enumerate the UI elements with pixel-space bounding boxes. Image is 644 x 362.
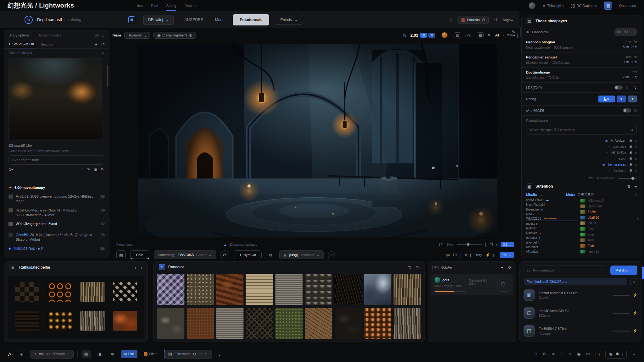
expand-chevron-icon[interactable]: › — [637, 217, 639, 222]
search-icon[interactable]: ⌕ — [631, 128, 633, 132]
history-item[interactable]: ◆ 4fti0Jb25 ReU* ■ 94 3/6 — [5, 244, 108, 253]
texture-swatch[interactable] — [47, 282, 72, 302]
globe-tool-icon[interactable]: ⊕ — [108, 350, 117, 358]
selection-row[interactable]: moestre — [524, 221, 578, 226]
channel-row[interactable]: ◉ A- Abatzen ▣ 6 — [526, 138, 637, 144]
task-item[interactable]: ▣ Tibzud oumnest 6 SuOve Cadieid ⚡ — [520, 286, 641, 304]
material-search-input[interactable] — [530, 128, 631, 132]
version-chip-a[interactable]: ▥ — [420, 33, 427, 38]
mini-slider[interactable] — [457, 244, 482, 245]
lock-icon[interactable]: ▣ — [629, 163, 632, 166]
channel-row[interactable]: ○ AET&AIOe ▣ 5 — [526, 150, 637, 156]
circle-icon[interactable]: ○ — [630, 278, 637, 285]
view-dropdown-a[interactable]: Haberway ⌄ — [124, 32, 151, 39]
nt-button[interactable]: nT — [494, 18, 498, 22]
lock-icon[interactable]: ▣ — [629, 145, 632, 148]
texture-swatch[interactable] — [364, 274, 391, 305]
tasks-link-row[interactable]: FebriljenNeuBlGhjUDfiono ○ — [520, 277, 641, 286]
view-dropdown-b[interactable]: ◉ C aoiannrgiiteeml ⊙ — [153, 32, 196, 39]
selection-row[interactable]: Riubvkz● — [524, 231, 578, 235]
filter-icons[interactable]: ▢▣▢▦▢ — [578, 193, 594, 196]
mode-button[interactable]: 4-i — [624, 30, 628, 34]
snap-chip[interactable]: ▦ Sdnerds ⊙ — [458, 16, 488, 24]
layers-nav-icon[interactable]: 6› — [543, 352, 547, 356]
material-row[interactable]: Flatr — [578, 243, 637, 249]
play-icon[interactable]: ▲ — [224, 243, 227, 246]
bell-icon[interactable]: ◔ — [560, 352, 563, 356]
model-group[interactable]: Something: TWVCb65 Gener ⌄ — [154, 250, 216, 259]
chevron-down-icon[interactable]: ⌄ — [632, 352, 636, 356]
texture-swatch[interactable] — [113, 311, 137, 331]
channel-row[interactable]: ◉ tremusensep ▣ 8 — [526, 162, 637, 167]
selection-row[interactable]: RWGE — [524, 212, 578, 217]
chevron-down-icon[interactable]: ⌄ — [631, 30, 634, 34]
strength-slider[interactable] — [619, 178, 637, 179]
selection-row[interactable]: rrveruef Im — [524, 240, 578, 245]
ra-tool[interactable]: Fda e — [141, 350, 160, 358]
channel-row[interactable]: ○ exept ▣ 5 — [526, 156, 637, 162]
tool-corner-button[interactable]: ✎ — [507, 26, 521, 38]
selection-row[interactable]: Retmar — [524, 226, 578, 231]
cain-button[interactable]: Cain — [130, 250, 149, 259]
emil-tool[interactable]: ▥ Emil — [121, 350, 137, 358]
selection-row[interactable]: Mardiker — [524, 245, 578, 250]
menu-item[interactable]: Rind — [151, 4, 158, 8]
meter-icon[interactable]: ⫶l — [535, 352, 537, 356]
history-item[interactable]: W'bo Jivogrtrg 4ome-5vrsd 1/2 — [5, 219, 108, 228]
image-icon[interactable]: ▣ — [94, 167, 97, 171]
texture-swatch[interactable] — [157, 274, 185, 305]
secondary-action-button[interactable]: Eninds ⌄ — [275, 15, 303, 25]
chevron-expand-icon[interactable]: ⌄ — [218, 352, 221, 356]
chevron-left-icon[interactable]: ‹ — [496, 243, 497, 247]
selection-row[interactable]: Ibsendse im — [524, 207, 578, 212]
rating-button-c[interactable]: ✛ — [628, 96, 637, 102]
texture-swatch[interactable] — [216, 308, 244, 339]
regenerate-icon[interactable]: ⟳ — [220, 250, 229, 259]
toolbar-button-angedrs[interactable]: ANGEDRS — [184, 18, 203, 22]
texture-swatch[interactable] — [113, 282, 137, 302]
columns-icon[interactable]: ▯▯ — [595, 352, 600, 356]
channel-row[interactable]: ○ kastaero ▣ 6 — [526, 167, 637, 173]
material-row[interactable]: b0a8 30 — [578, 215, 637, 220]
texture-swatch[interactable] — [80, 282, 105, 302]
align-icon[interactable]: ≡ — [464, 253, 467, 257]
task-item[interactable]: ◫ ForB0584 GBTftei 4Cdeme ⚡ — [520, 322, 641, 340]
texture-swatch[interactable] — [15, 311, 39, 331]
material-row[interactable]: 5229a — [578, 209, 637, 215]
pen-icon[interactable]: ✎ — [87, 167, 91, 171]
add-icon[interactable]: + — [95, 42, 97, 47]
material-row[interactable]: Atjlv — [578, 237, 637, 243]
history-item[interactable]: IRzrif-Le5'Mer.. ri se Chiter41. Matisa1… — [5, 206, 108, 220]
rating-button-b[interactable]: ▼ — [617, 96, 626, 102]
property-group[interactable]: Firehoan olloglou Kerdhuswrtmime 0004 us… — [522, 37, 641, 52]
product-link[interactable]: Quantases — [619, 4, 636, 8]
sort-icon[interactable]: ⇅ — [627, 184, 631, 189]
history-item[interactable]: GiverB0: 2019 (si (Haxmmor6* o3elBt (7 p… — [5, 230, 108, 244]
panel-grid-icon[interactable]: ▦ — [526, 18, 532, 24]
menu-item-active[interactable]: Artting — [166, 0, 176, 11]
selection-row[interactable]: Nest Firzagirl — [524, 202, 578, 207]
capture-group[interactable]: ◉ ✱ | — [605, 350, 627, 359]
texture-swatch[interactable] — [305, 274, 332, 305]
lock-icon[interactable]: ▣ — [629, 157, 632, 160]
tab-secondary[interactable]: Second — [41, 42, 53, 46]
zoom-level[interactable]: 77% — [465, 34, 471, 37]
brush-icon[interactable]: ✑ — [101, 167, 104, 171]
user-icon[interactable]: ◉ — [577, 352, 580, 356]
grid-tool-icon[interactable]: ▦ — [81, 350, 91, 358]
app-switcher-icon[interactable]: ▦ — [604, 2, 612, 10]
texture-swatch[interactable] — [334, 308, 362, 339]
user-menu[interactable]: ◈ Thita syim — [542, 3, 564, 8]
tasks-primary-button[interactable]: Mehilmt ⌄ — [610, 266, 637, 275]
lock-icon[interactable]: ▣ — [629, 169, 632, 172]
material-row[interactable]: BareC kur — [578, 203, 637, 209]
material-sphere-icon[interactable] — [441, 32, 448, 38]
check-icon[interactable]: ✓ — [101, 51, 105, 55]
add-icon[interactable]: + — [134, 265, 137, 270]
menu-icon[interactable]: ≡ — [552, 352, 555, 356]
sort-icon[interactable]: ⇅ — [408, 265, 411, 269]
tab-primary[interactable]: E.Sm 2f (2M Lin — [8, 40, 35, 48]
tory-chip[interactable]: ~tory — [474, 253, 482, 257]
panel-header-a[interactable]: Scary options — [8, 33, 30, 37]
texture-swatch[interactable] — [157, 308, 185, 339]
